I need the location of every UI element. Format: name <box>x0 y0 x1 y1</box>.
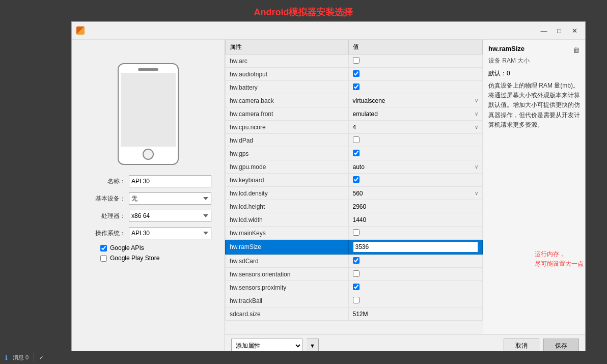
table-row[interactable]: hw.lcd.width1440 <box>226 213 483 227</box>
table-row[interactable]: hw.camera.frontemulated∨ <box>226 107 483 121</box>
table-row[interactable]: hw.gpu.modeauto∨ <box>226 160 483 174</box>
props-table: 属性 值 hw.archw.audioInputhw.batteryhw.cam… <box>225 40 483 321</box>
prop-checkbox[interactable] <box>353 229 360 236</box>
prop-checkbox[interactable] <box>353 270 360 277</box>
table-row[interactable]: hw.trackBall <box>226 294 483 307</box>
info-icon: ℹ <box>5 354 8 361</box>
prop-value-cell[interactable]: emulated∨ <box>348 107 482 121</box>
prop-name-cell: hw.ramSize <box>226 240 349 255</box>
name-row: 名称： <box>85 175 211 187</box>
table-area: 属性 值 hw.archw.audioInputhw.batteryhw.cam… <box>225 40 585 334</box>
prop-name-cell: hw.mainKeys <box>226 227 349 240</box>
google-apis-checkbox[interactable] <box>100 245 107 251</box>
prop-dropdown[interactable]: 560∨ <box>353 190 478 197</box>
table-row[interactable]: hw.battery <box>226 81 483 94</box>
prop-name-cell: hw.arc <box>226 54 349 68</box>
prop-value-cell[interactable]: auto∨ <box>348 160 482 174</box>
google-play-label: Google Play Store <box>110 255 159 262</box>
prop-dropdown[interactable]: emulated∨ <box>353 110 478 118</box>
prop-checkbox[interactable] <box>353 284 360 290</box>
prop-checkbox[interactable] <box>353 70 360 77</box>
prop-checkbox[interactable] <box>353 57 360 64</box>
prop-value-cell[interactable] <box>348 281 482 294</box>
prop-value-cell[interactable] <box>348 81 482 94</box>
prop-dropdown[interactable]: 4∨ <box>353 124 478 131</box>
prop-value-cell[interactable] <box>348 268 482 281</box>
detail-title: hw.ramSize <box>488 45 525 52</box>
table-row[interactable]: hw.camera.backvirtualscene∨ <box>226 94 483 107</box>
table-row[interactable]: hw.audioInput <box>226 68 483 81</box>
prop-name-cell: hw.dPad <box>226 134 349 147</box>
prop-name-cell: hw.lcd.density <box>226 187 349 200</box>
google-play-checkbox[interactable] <box>100 255 107 262</box>
prop-dropdown[interactable]: virtualscene∨ <box>353 97 478 104</box>
table-row[interactable]: sdcard.size512M <box>226 307 483 321</box>
prop-value-cell[interactable] <box>348 174 482 187</box>
table-row[interactable]: hw.mainKeys <box>226 227 483 240</box>
detail-panel: hw.ramSize 🗑 设备 RAM 大小 默认：0 仿真设备上的物理 RAM… <box>483 40 585 334</box>
prop-checkbox[interactable] <box>353 150 360 156</box>
status-check-icon: ✓ <box>39 354 44 361</box>
device-form: 名称： 基本设备： 无 处理器： x86 64 操作系统： <box>80 175 216 265</box>
table-row[interactable]: hw.arc <box>226 54 483 68</box>
prop-value-cell[interactable] <box>348 54 482 68</box>
prop-name-cell: hw.sdCard <box>226 255 349 268</box>
page-title: Android模拟器安装选择 <box>0 0 607 22</box>
google-apis-row: Google APIs <box>85 244 211 251</box>
prop-value-cell[interactable] <box>348 255 482 268</box>
table-row[interactable]: hw.sdCard <box>226 255 483 268</box>
right-panel: 属性 值 hw.archw.audioInputhw.batteryhw.cam… <box>225 40 585 357</box>
left-panel: 处理器建议选择x86架构的 名称： 基本设备： 无 <box>72 40 225 357</box>
prop-value-cell[interactable] <box>348 147 482 160</box>
google-apis-label: Google APIs <box>110 244 144 251</box>
prop-value-input[interactable] <box>353 241 478 253</box>
prop-value-cell: 1440 <box>348 213 482 227</box>
prop-name-cell: hw.cpu.ncore <box>226 121 349 134</box>
os-select[interactable]: API 30 <box>129 227 211 239</box>
table-row[interactable]: hw.dPad <box>226 134 483 147</box>
prop-value-cell[interactable] <box>348 294 482 307</box>
table-row[interactable]: hw.lcd.density560∨ <box>226 187 483 200</box>
prop-checkbox[interactable] <box>353 176 360 183</box>
table-row[interactable]: hw.ramSize <box>226 240 483 255</box>
prop-value-cell[interactable]: virtualscene∨ <box>348 94 482 107</box>
table-row[interactable]: hw.gps <box>226 147 483 160</box>
prop-checkbox[interactable] <box>353 136 360 143</box>
dialog-body: 处理器建议选择x86架构的 名称： 基本设备： 无 <box>72 40 585 357</box>
table-row[interactable]: hw.lcd.height2960 <box>226 200 483 213</box>
prop-checkbox[interactable] <box>353 83 360 90</box>
prop-name-cell: hw.gps <box>226 147 349 160</box>
android-icon <box>76 26 85 35</box>
phone-button <box>143 149 154 160</box>
prop-checkbox[interactable] <box>353 257 360 264</box>
prop-dropdown[interactable]: auto∨ <box>353 163 478 171</box>
prop-value-cell[interactable] <box>348 68 482 81</box>
prop-value-cell[interactable] <box>348 227 482 240</box>
prop-checkbox[interactable] <box>353 297 360 303</box>
name-input[interactable] <box>129 175 211 187</box>
minimize-button[interactable]: — <box>537 25 550 36</box>
table-row[interactable]: hw.sensors.orientation <box>226 268 483 281</box>
prop-name-cell: sdcard.size <box>226 307 349 321</box>
base-device-select[interactable]: 无 <box>129 192 211 205</box>
prop-value-cell[interactable] <box>348 134 482 147</box>
prop-value-cell: 512M <box>348 307 482 321</box>
processor-select[interactable]: x86 64 <box>129 210 211 222</box>
prop-name-cell: hw.lcd.height <box>226 200 349 213</box>
detail-delete-button[interactable]: 🗑 <box>573 46 580 54</box>
table-row[interactable]: hw.keyboard <box>226 174 483 187</box>
os-label: 操作系统： <box>85 229 126 238</box>
google-play-row: Google Play Store <box>85 255 211 262</box>
name-label: 名称： <box>85 177 126 186</box>
restore-button[interactable]: □ <box>553 25 566 36</box>
prop-value-cell[interactable] <box>348 240 482 255</box>
props-table-container[interactable]: 属性 值 hw.archw.audioInputhw.batteryhw.cam… <box>225 40 483 334</box>
prop-value-cell[interactable]: 560∨ <box>348 187 482 200</box>
status-bar: ℹ 消息 0 ✓ <box>0 351 607 364</box>
table-row[interactable]: hw.cpu.ncore4∨ <box>226 121 483 134</box>
prop-name-cell: hw.camera.back <box>226 94 349 107</box>
close-button[interactable]: ✕ <box>568 25 581 36</box>
table-row[interactable]: hw.sensors.proximity <box>226 281 483 294</box>
prop-value-cell[interactable]: 4∨ <box>348 121 482 134</box>
col-value: 值 <box>348 40 482 54</box>
